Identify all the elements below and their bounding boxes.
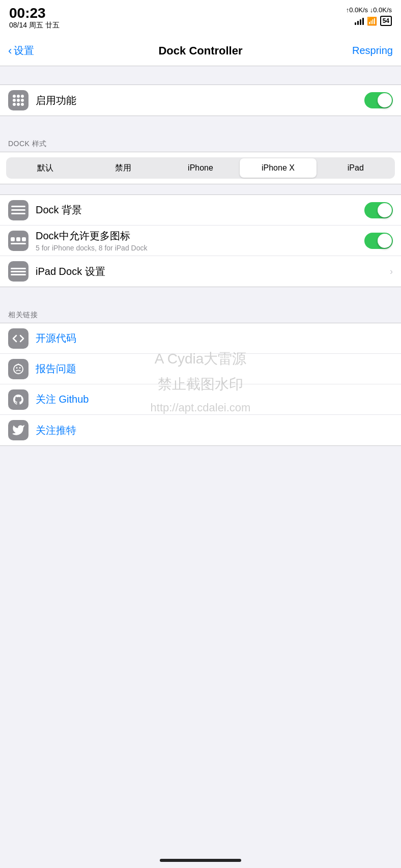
- dock-bg-label: Dock 背景: [36, 203, 364, 217]
- bottom-gap: [0, 446, 401, 548]
- nav-bar: ‹ 设置 Dock Controller Respring: [0, 36, 401, 66]
- twitter-row[interactable]: 关注推特: [0, 415, 401, 445]
- toggle-knob: [378, 93, 392, 107]
- enable-feature-group: 启用功能: [0, 85, 401, 116]
- related-section-label: 相关链接: [0, 305, 401, 323]
- report-issue-icon: [8, 359, 28, 379]
- status-right: ↑0.0K/s ↓0.0K/s 📶 54: [346, 6, 392, 26]
- dock-more-icons-toggle-wrap[interactable]: [364, 233, 393, 249]
- back-label[interactable]: 设置: [14, 44, 34, 58]
- ipad-dock-settings-row[interactable]: iPad Dock 设置 ›: [0, 256, 401, 287]
- dock-more-icons-toggle[interactable]: [364, 233, 393, 249]
- status-left: 00:23 08/14 周五 廿五: [9, 6, 60, 30]
- dock-bg-toggle-wrap[interactable]: [364, 202, 393, 218]
- status-time: 00:23: [9, 6, 60, 20]
- status-bar: 00:23 08/14 周五 廿五 ↑0.0K/s ↓0.0K/s 📶 54: [0, 0, 401, 36]
- dock-bg-toggle[interactable]: [364, 202, 393, 218]
- github-icon: [8, 389, 28, 410]
- back-chevron-icon: ‹: [8, 44, 12, 58]
- dock-settings-group: Dock 背景 Dock中允许更多图标 5 for iPhone docks, …: [0, 194, 401, 287]
- github-label: 关注 Github: [36, 393, 393, 406]
- back-button[interactable]: ‹ 设置: [8, 44, 34, 58]
- status-date: 08/14 周五 廿五: [9, 20, 60, 30]
- enable-feature-row: 启用功能: [0, 85, 401, 116]
- enable-feature-label: 启用功能: [36, 94, 364, 107]
- ipad-dock-settings-chevron-wrap: ›: [390, 266, 393, 277]
- segment-ipad[interactable]: iPad: [318, 158, 394, 178]
- dock-bg-icon: [8, 200, 28, 220]
- segment-iphone[interactable]: iPhone: [162, 158, 239, 178]
- section-gap-4: [0, 287, 401, 305]
- dock-style-segmented-wrap: 默认 禁用 iPhone iPhone X iPad: [0, 152, 401, 184]
- dock-style-segmented-control: 默认 禁用 iPhone iPhone X iPad: [6, 157, 395, 179]
- ipad-dock-settings-icon: [8, 261, 28, 282]
- dock-more-icons-label: Dock中允许更多图标 5 for iPhone docks, 8 for iP…: [36, 229, 364, 252]
- enable-feature-toggle-wrap[interactable]: [364, 92, 393, 108]
- segment-iphone-x[interactable]: iPhone X: [240, 158, 316, 178]
- open-source-label: 开源代码: [36, 331, 393, 345]
- section-gap-top: [0, 66, 401, 85]
- section-gap-2: [0, 116, 401, 134]
- report-issue-label: 报告问题: [36, 362, 393, 376]
- twitter-icon: [8, 420, 28, 440]
- open-source-icon: [8, 328, 28, 349]
- related-links-group: 开源代码 报告问题 关注 Github: [0, 323, 401, 446]
- section-gap-3: [0, 184, 401, 194]
- segment-disabled[interactable]: 禁用: [84, 158, 161, 178]
- twitter-label: 关注推特: [36, 424, 393, 437]
- respring-button[interactable]: Respring: [352, 45, 393, 57]
- svg-point-1: [16, 367, 18, 369]
- segment-default[interactable]: 默认: [7, 158, 83, 178]
- dock-style-section-label: DOCK 样式: [0, 134, 401, 152]
- svg-point-0: [14, 365, 23, 374]
- home-indicator: [160, 859, 241, 862]
- wifi-icon: 📶: [367, 16, 377, 26]
- battery-icon: 54: [380, 16, 392, 26]
- ipad-dock-settings-label: iPad Dock 设置: [36, 265, 390, 278]
- status-network: ↑0.0K/s ↓0.0K/s: [346, 6, 392, 14]
- status-icons: 📶 54: [355, 16, 392, 26]
- page-title: Dock Controller: [158, 44, 242, 58]
- signal-icon: [355, 17, 364, 25]
- enable-feature-icon: [8, 90, 28, 110]
- enable-feature-toggle[interactable]: [364, 92, 393, 108]
- open-source-row[interactable]: 开源代码: [0, 323, 401, 354]
- dock-more-icons-icon: [8, 231, 28, 251]
- svg-point-2: [19, 367, 21, 369]
- report-issue-row[interactable]: 报告问题: [0, 354, 401, 384]
- dock-bg-row: Dock 背景: [0, 195, 401, 226]
- chevron-right-icon: ›: [390, 266, 393, 277]
- github-row[interactable]: 关注 Github: [0, 384, 401, 415]
- dock-more-icons-row: Dock中允许更多图标 5 for iPhone docks, 8 for iP…: [0, 226, 401, 256]
